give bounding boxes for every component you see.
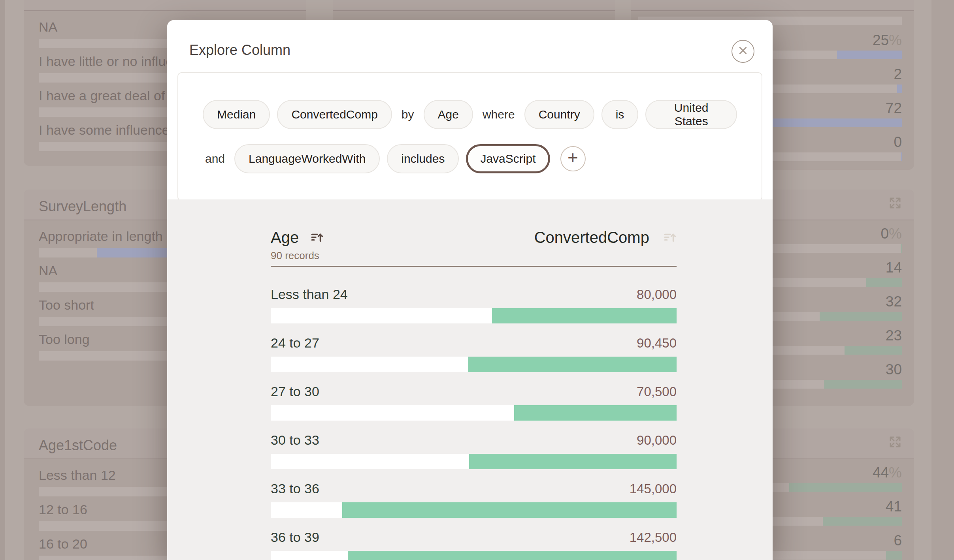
comp-table-body: Less than 2480,00024 to 2790,45027 to 30… [271,286,677,560]
row-label: 36 to 39 [271,528,319,546]
query-connector-and: and [205,152,225,165]
row-value: 142,500 [630,530,677,545]
table-row-text: 30 to 3390,000 [271,431,677,449]
age-column-title: Age [271,229,299,246]
bg-value-number: 0 [881,226,889,242]
row-value: 80,000 [637,287,677,302]
bg-bar-fill [824,380,902,389]
bg-card-title: Age1stCode [39,437,117,453]
row-value: 90,000 [637,433,677,448]
query-pill-javascript[interactable]: JavaScript [466,144,550,173]
table-row-text: 24 to 2790,450 [271,334,677,351]
bg-bar-fill [845,346,902,355]
close-button[interactable] [732,40,754,63]
query-pill-country[interactable]: Country [524,100,594,129]
value-bar-fill [514,405,677,421]
bg-bar-fill [837,51,902,59]
value-bar-track [271,502,677,518]
bg-card-far-right [931,0,954,560]
percent-suffix: % [889,32,902,48]
value-bar-fill [468,357,677,372]
value-bar-track [271,405,677,421]
query-pill-united-states[interactable]: United States [645,100,737,129]
value-bar-track [271,357,677,372]
table-row: 27 to 3070,500 [271,383,677,421]
results-table: Age 90 records ConvertedComp [271,199,677,560]
column-header-convertedcomp: ConvertedComp [534,229,677,248]
bg-card-title: SurveyLength [39,198,126,214]
value-bar-fill [469,454,677,469]
app-root: NAI have little or no influenceI have a … [0,0,954,560]
table-row-text: 36 to 39142,500 [271,528,677,546]
add-filter-button[interactable]: + [560,146,586,171]
table-row: 33 to 36145,000 [271,480,677,518]
table-header: Age 90 records ConvertedComp [271,199,677,267]
bg-bar-fill [901,244,902,253]
query-pill-includes[interactable]: includes [387,144,459,173]
query-connector-where: where [483,108,515,121]
query-row-1: MedianConvertedCompbyAgewhereCountryisUn… [203,100,737,129]
sort-inactive-icon[interactable] [663,230,677,248]
bg-card-header [333,0,615,11]
percent-suffix: % [889,226,902,242]
value-bar-track [271,454,677,469]
modal-header: Explore Column [167,20,773,58]
bg-value-number: 0 [894,134,902,150]
row-label: 27 to 30 [271,383,319,400]
close-icon [739,46,747,56]
explore-column-modal: Explore Column MedianConvertedCompbyAgew… [167,20,773,560]
bg-value-number: 41 [886,498,902,515]
query-pill-age[interactable]: Age [424,100,473,129]
row-value: 145,000 [630,481,677,496]
bg-value-number: 25 [873,32,889,48]
bg-bar-fill [823,517,902,526]
query-pill-is[interactable]: is [601,100,639,129]
query-pill-languageworkedwith[interactable]: LanguageWorkedWith [234,144,380,173]
bg-value-number: 23 [886,327,902,344]
bg-card-header [24,0,306,11]
table-row-text: 33 to 36145,000 [271,480,677,497]
row-label: 33 to 36 [271,480,319,497]
bg-card-header [631,0,914,11]
bg-value-number: 2 [894,66,902,82]
table-row-text: 27 to 3070,500 [271,383,677,400]
value-bar-fill [348,551,677,560]
bg-bar-fill [789,483,902,492]
bg-value-number: 30 [886,361,902,378]
value-bar-track [271,308,677,323]
value-bar-fill [342,502,677,518]
row-value: 90,450 [637,336,677,351]
bg-value-number: 14 [886,259,902,276]
bg-value-number: 72 [886,100,902,116]
table-row: 30 to 3390,000 [271,431,677,469]
table-row: Less than 2480,000 [271,286,677,323]
expand-icon [888,435,902,451]
expand-icon [888,196,902,212]
value-bar-fill [492,308,677,323]
bg-bar-fill [886,551,902,560]
query-connector-by: by [402,108,414,121]
modal-title: Explore Column [189,42,750,58]
query-row-2: andLanguageWorkedWithincludesJavaScript+ [203,144,737,173]
results-panel: Age 90 records ConvertedComp [167,199,773,560]
bg-bar-fill [897,85,902,93]
sort-ascending-icon[interactable] [310,239,324,246]
row-value: 70,500 [637,384,677,399]
bg-value-number: 44 [873,464,889,481]
table-row-text: Less than 2480,000 [271,286,677,303]
bg-bar-fill [820,312,902,321]
query-pill-convertedcomp[interactable]: ConvertedComp [277,100,392,129]
value-bar-track [271,551,677,560]
query-builder-panel: MedianConvertedCompbyAgewhereCountryisUn… [177,72,762,201]
bg-bar-fill [901,152,902,161]
bg-value-number: 32 [886,293,902,310]
convertedcomp-column-title: ConvertedComp [534,229,649,246]
percent-suffix: % [889,464,902,481]
record-count: 90 records [271,250,677,262]
bg-value-number: 6 [894,532,902,549]
query-pill-median[interactable]: Median [203,100,270,129]
row-label: 30 to 33 [271,431,319,449]
table-row: 24 to 2790,450 [271,334,677,372]
bg-bar-fill [866,278,902,287]
page-left-edge [0,0,5,560]
